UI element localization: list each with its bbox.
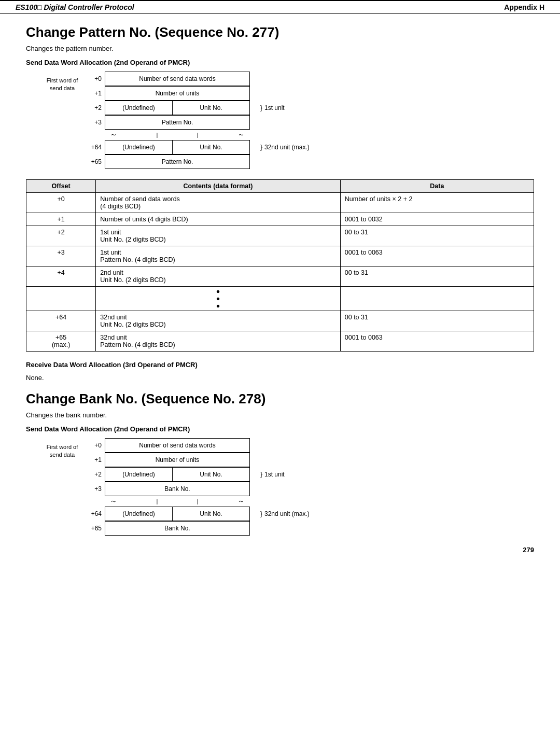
tilde-content-278: ～ | | ～: [105, 497, 250, 506]
table-row-65: +65(max.) 32nd unitPattern No. (4 digits…: [26, 331, 534, 352]
cell-offset-2: +2: [26, 226, 96, 246]
offset-278-65: +65: [88, 521, 105, 536]
table-row-64: +64 32nd unitUnit No. (2 digits BCD) 00 …: [26, 311, 534, 331]
diagram-row-0: +0 Number of send data words: [88, 72, 310, 86]
section-277-subtitle: Changes the pattern number.: [26, 45, 534, 52]
cell-data-64: 00 to 31: [340, 311, 534, 331]
offset-65: +65: [88, 155, 105, 169]
cell-contents-3: 1st unitPattern No. (4 digits BCD): [96, 246, 340, 266]
side-label-278-32nd: } 32nd unit (max.): [260, 507, 310, 521]
offset-278-2: +2: [88, 467, 105, 482]
diagram-278-row-3: +3 Bank No.: [88, 482, 310, 496]
page-number: 279: [26, 546, 534, 554]
cell-278-64-right: Unit No.: [172, 507, 250, 521]
offset-3: +3: [88, 115, 105, 130]
cell-contents-1: Number of units (4 digits BCD): [96, 213, 340, 226]
cell-278-2-right: Unit No.: [172, 467, 250, 482]
offset-1: +1: [88, 86, 105, 101]
cell-data-65: 0001 to 0063: [340, 331, 534, 352]
header-right: Appendix H: [504, 3, 544, 11]
diagram-278-row-0: +0 Number of send data words: [88, 438, 310, 453]
offset-2: +2: [88, 101, 105, 115]
cell-offset-1: +1: [26, 213, 96, 226]
col-header-offset: Offset: [26, 180, 96, 193]
offset-64: +64: [88, 140, 105, 155]
section-278: Change Bank No. (Sequence No. 278) Chang…: [26, 391, 534, 536]
cell-64-left: (Undefined): [105, 140, 172, 155]
tilde-row: ～ | | ～: [88, 130, 310, 140]
diagram-278-row-65: +65 Bank No.: [88, 521, 310, 536]
diagram-row-3: +3 Pattern No.: [88, 115, 310, 130]
cell-offset-4: +4: [26, 266, 96, 287]
cell-278-64-left: (Undefined): [105, 507, 172, 521]
cell-278-1: Number of units: [105, 453, 250, 467]
receive-section-277: Receive Data Word Allocation (3rd Operan…: [26, 361, 534, 382]
cell-offset-0: +0: [26, 193, 96, 213]
cell-278-2-left: (Undefined): [105, 467, 172, 482]
header-left: ES100□ Digital Controller Protocol: [16, 3, 134, 11]
receive-title-277: Receive Data Word Allocation (3rd Operan…: [26, 361, 534, 369]
cell-278-65: Bank No.: [105, 521, 250, 536]
cell-dots-2: ●●●: [96, 287, 340, 311]
table-row-4: +4 2nd unitUnit No. (2 digits BCD) 00 to…: [26, 266, 534, 287]
cell-278-3: Bank No.: [105, 482, 250, 496]
offset-278-3: +3: [88, 482, 105, 496]
tilde-content: ～ | | ～: [105, 130, 250, 139]
offset-0: +0: [88, 72, 105, 86]
section-278-title: Change Bank No. (Sequence No. 278): [26, 391, 534, 407]
offset-278-1: +1: [88, 453, 105, 467]
tilde-row-278: ～ | | ～: [88, 496, 310, 507]
diagram-row-2: +2 (Undefined) Unit No. } 1st unit: [88, 101, 310, 115]
table-row-3: +3 1st unitPattern No. (4 digits BCD) 00…: [26, 246, 534, 266]
diagram-row-64: +64 (Undefined) Unit No. } 32nd unit (ma…: [88, 140, 310, 155]
page-content: Change Pattern No. (Sequence No. 277) Ch…: [0, 19, 560, 569]
diagram-278-rows: +0 Number of send data words +1 Number o…: [88, 438, 310, 536]
cell-data-3: 0001 to 0063: [340, 246, 534, 266]
cell-offset-3: +3: [26, 246, 96, 266]
col-header-contents: Contents (data format): [96, 180, 340, 193]
table-277: Offset Contents (data format) Data +0 Nu…: [26, 179, 534, 352]
cell-data-0: Number of units × 2 + 2: [340, 193, 534, 213]
diagram-278: First word of send data +0 Number of sen…: [41, 438, 534, 536]
diagram-278-row-64: +64 (Undefined) Unit No. } 32nd unit (ma…: [88, 507, 310, 521]
cell-offset-64: +64: [26, 311, 96, 331]
offset-278-64: +64: [88, 507, 105, 521]
diagram-278-row-1: +1 Number of units: [88, 453, 310, 467]
section-277-title: Change Pattern No. (Sequence No. 277): [26, 24, 534, 40]
table-row-1: +1 Number of units (4 digits BCD) 0001 t…: [26, 213, 534, 226]
send-data-title-277: Send Data Word Allocation (2nd Operand o…: [26, 59, 534, 66]
diagram-row-65: +65 Pattern No.: [88, 155, 310, 169]
diagram-277-label: First word of send data: [41, 77, 83, 93]
diagram-277-rows: +0 Number of send data words +1 Number o…: [88, 72, 310, 169]
diagram-277: First word of send data +0 Number of sen…: [41, 72, 534, 169]
cell-65: Pattern No.: [105, 155, 250, 169]
cell-contents-2: 1st unitUnit No. (2 digits BCD): [96, 226, 340, 246]
cell-2-right: Unit No.: [172, 101, 250, 115]
table-row-dots: ●●●: [26, 287, 534, 311]
diagram-278-label: First word of send data: [41, 443, 83, 459]
offset-278-0: +0: [88, 438, 105, 453]
cell-dots-3: [340, 287, 534, 311]
cell-3: Pattern No.: [105, 115, 250, 130]
side-label-32nd: } 32nd unit (max.): [260, 140, 310, 155]
cell-data-2: 00 to 31: [340, 226, 534, 246]
diagram-row-1: +1 Number of units: [88, 86, 310, 101]
cell-contents-4: 2nd unitUnit No. (2 digits BCD): [96, 266, 340, 287]
cell-dots-1: [26, 287, 96, 311]
cell-contents-64: 32nd unitUnit No. (2 digits BCD): [96, 311, 340, 331]
table-row-2: +2 1st unitUnit No. (2 digits BCD) 00 to…: [26, 226, 534, 246]
diagram-278-row-2: +2 (Undefined) Unit No. } 1st unit: [88, 467, 310, 482]
cell-278-0: Number of send data words: [105, 438, 250, 453]
send-data-title-278: Send Data Word Allocation (2nd Operand o…: [26, 425, 534, 433]
side-label-278-1st: } 1st unit: [260, 467, 285, 482]
side-label-1st: } 1st unit: [260, 101, 285, 115]
col-header-data: Data: [340, 180, 534, 193]
cell-data-1: 0001 to 0032: [340, 213, 534, 226]
cell-offset-65: +65(max.): [26, 331, 96, 352]
cell-2-left: (Undefined): [105, 101, 172, 115]
table-row-0: +0 Number of send data words(4 digits BC…: [26, 193, 534, 213]
receive-content-277: None.: [26, 374, 534, 382]
cell-data-4: 00 to 31: [340, 266, 534, 287]
section-277: Change Pattern No. (Sequence No. 277) Ch…: [26, 24, 534, 382]
cell-64-right: Unit No.: [172, 140, 250, 155]
